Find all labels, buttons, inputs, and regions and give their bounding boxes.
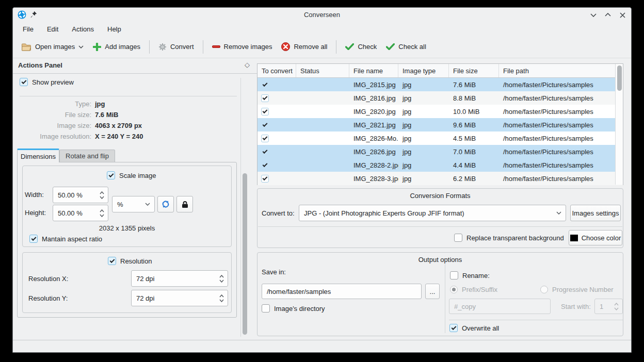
table-scrollbar-thumb[interactable]	[617, 65, 622, 91]
unit-combobox[interactable]: %	[112, 196, 155, 212]
row-checkbox[interactable]	[261, 175, 269, 183]
statusbar	[13, 340, 631, 352]
scrollbar-thumb[interactable]	[243, 173, 247, 335]
actions-panel-title: Actions Panel	[18, 61, 62, 69]
cell-file-size: 4.4 MiB	[449, 161, 499, 169]
remove-all-icon	[281, 42, 290, 51]
cell-file-size: 10.0 MiB	[449, 108, 499, 116]
table-scrollbar-track[interactable]	[615, 64, 623, 185]
file-size-value: 7.6 MiB	[95, 111, 119, 119]
color-swatch	[570, 235, 578, 241]
height-label: Height:	[25, 209, 46, 217]
header-status[interactable]: Status	[296, 64, 349, 77]
dock-float-icon[interactable]: ◇	[245, 61, 250, 69]
table-row[interactable]: IMG_2815.jpg jpg 7.6 MiB /home/faster/Pi…	[257, 78, 623, 91]
start-with-spinbox[interactable]: 1	[594, 299, 623, 314]
cell-file-name: IMG_2828-3.jpg	[349, 175, 398, 183]
images-settings-button[interactable]: Images settings	[570, 205, 621, 221]
spin-arrows-icon[interactable]	[219, 290, 224, 306]
row-checkbox[interactable]	[261, 135, 269, 142]
header-file-name[interactable]: File name	[349, 64, 398, 77]
check-all-button[interactable]: Check all	[381, 40, 430, 54]
progressive-number-radio[interactable]: Progressive Number	[540, 286, 614, 293]
tab-dimensions[interactable]: Dimensions	[17, 149, 59, 162]
row-checkbox[interactable]	[261, 121, 269, 129]
actions-panel-titlebar[interactable]: Actions Panel ◇	[13, 58, 257, 74]
header-file-path[interactable]: File path	[499, 64, 623, 77]
header-file-size[interactable]: File size	[449, 64, 499, 77]
lock-aspect-button[interactable]	[176, 196, 193, 212]
choose-color-button[interactable]: Choose color	[569, 230, 622, 245]
add-images-button[interactable]: Add images	[88, 40, 145, 54]
check-button[interactable]: Check	[341, 40, 381, 54]
rename-checkbox[interactable]: Rename:	[450, 271, 490, 279]
table-row[interactable]: IMG_2821.jpg jpg 9.6 MiB /home/faster/Pi…	[257, 118, 623, 131]
conversion-formats-group: Conversion Formats Convert to: JPG - (Jo…	[257, 188, 623, 248]
minimize-button[interactable]	[590, 11, 597, 19]
convert-button[interactable]: Convert	[154, 40, 199, 54]
row-checkbox[interactable]	[261, 81, 269, 89]
table-row[interactable]: IMG_2828-2.jpg jpg 4.4 MiB /home/faster/…	[257, 158, 623, 172]
remove-all-button[interactable]: Remove all	[277, 39, 332, 54]
row-checkbox[interactable]	[261, 94, 269, 102]
rename-pattern-input[interactable]	[449, 299, 551, 314]
cell-file-path: /home/faster/Pictures/samples	[499, 161, 623, 169]
format-combobox[interactable]: JPG - (Joint Photographic Experts Group …	[299, 205, 566, 221]
row-checkbox[interactable]	[261, 161, 269, 169]
checkbox-icon	[20, 78, 28, 86]
check-icon	[345, 43, 354, 50]
table-header: To convert Status File name Image type F…	[257, 64, 623, 78]
scale-image-checkbox[interactable]: Scale image	[107, 171, 156, 179]
cell-file-name: IMG_2826.jpg	[349, 148, 398, 156]
cell-file-path: /home/faster/Pictures/samples	[499, 135, 623, 142]
window-title: Converseen	[13, 8, 631, 22]
maintain-aspect-checkbox[interactable]: Mantain aspect ratio	[29, 235, 102, 243]
table-row[interactable]: IMG_2826-Mo... jpg 4.5 MiB /home/faster/…	[257, 131, 623, 145]
menu-edit[interactable]: Edit	[40, 24, 65, 35]
spin-arrows-icon[interactable]	[100, 205, 104, 221]
cell-file-path: /home/faster/Pictures/samples	[499, 94, 623, 102]
menu-file[interactable]: File	[16, 24, 40, 35]
refresh-button[interactable]	[157, 196, 174, 212]
cell-image-type: jpg	[398, 161, 449, 169]
divider	[258, 226, 622, 227]
prefix-suffix-radio[interactable]: Prefix/Suffix	[450, 286, 497, 293]
row-checkbox[interactable]	[261, 148, 269, 156]
table-row[interactable]: IMG_2816.jpg jpg 8.8 MiB /home/faster/Pi…	[257, 91, 623, 105]
resolution-y-spinbox[interactable]: 72 dpi	[131, 290, 228, 306]
spin-arrows-icon[interactable]	[100, 187, 104, 203]
scrollbar-track[interactable]	[240, 78, 241, 337]
menu-actions[interactable]: Actions	[65, 24, 101, 35]
close-button[interactable]	[619, 11, 626, 19]
remove-images-button[interactable]: Remove images	[207, 40, 277, 54]
resolution-x-label: Resolution X:	[28, 275, 68, 283]
replace-background-checkbox[interactable]: Replace transparent background	[454, 234, 564, 242]
table-row[interactable]: IMG_2828-3.jpg jpg 6.2 MiB /home/faster/…	[257, 172, 623, 185]
spin-arrows-icon[interactable]	[614, 299, 619, 314]
show-preview-checkbox[interactable]: Show preview	[20, 78, 74, 86]
header-to-convert[interactable]: To convert	[257, 64, 296, 77]
titlebar[interactable]: Converseen	[13, 8, 631, 22]
header-image-type[interactable]: Image type	[398, 64, 449, 77]
table-row[interactable]: IMG_2826.jpg jpg 7.0 MiB /home/faster/Pi…	[257, 145, 623, 158]
browse-button[interactable]: ...	[425, 284, 440, 299]
resolution-x-spinbox[interactable]: 72 dpi	[131, 270, 228, 287]
table-row[interactable]: IMG_2820.jpg jpg 10.0 MiB /home/faster/P…	[257, 105, 623, 118]
images-directory-checkbox[interactable]: Image's directory	[262, 304, 325, 312]
height-spinbox[interactable]: 50.00 %	[53, 205, 108, 221]
open-images-button[interactable]: Open images	[17, 40, 88, 54]
converseen-window: Converseen File Edit Actions Help Open i…	[12, 7, 632, 353]
tab-rotate-and-flip[interactable]: Rotate and flip	[59, 150, 115, 162]
cell-file-name: IMG_2820.jpg	[349, 108, 398, 116]
checkbox-icon	[454, 234, 462, 242]
cell-file-path: /home/faster/Pictures/samples	[499, 81, 623, 89]
overwrite-all-checkbox[interactable]: Overwrite all	[449, 324, 499, 332]
resolution-checkbox[interactable]: Resolution	[108, 257, 152, 265]
width-spinbox[interactable]: 50.00 %	[53, 187, 108, 203]
spin-arrows-icon[interactable]	[219, 271, 224, 286]
menu-help[interactable]: Help	[101, 24, 128, 35]
save-path-input[interactable]	[262, 284, 422, 299]
maximize-button[interactable]	[604, 11, 611, 19]
row-checkbox[interactable]	[261, 108, 269, 116]
cell-file-name: IMG_2815.jpg	[349, 81, 398, 89]
